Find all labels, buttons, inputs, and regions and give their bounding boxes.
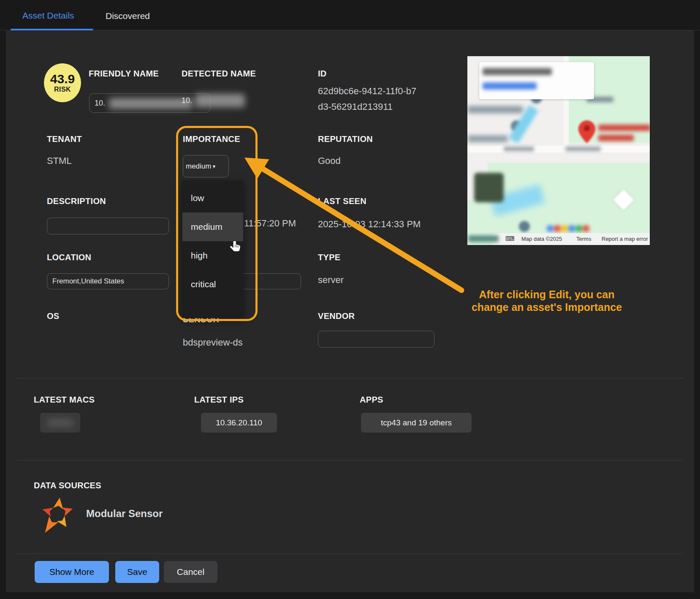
id-value-line1: 62d9bc6e-9412-11f0-b7	[318, 86, 416, 97]
risk-label: RISK	[54, 86, 71, 93]
friendly-name-blurred-value	[109, 98, 193, 109]
map-pin-blurred-label	[598, 135, 634, 141]
friendly-name-visible-text: 10.	[95, 99, 105, 108]
risk-score: 43.9	[50, 72, 75, 86]
map-info-card	[479, 62, 594, 99]
description-input[interactable]	[47, 218, 169, 234]
detected-name-label: DETECTED NAME	[182, 69, 256, 79]
location-map[interactable]: ⌨ Map data ©2025 Terms Report a map erro…	[467, 56, 650, 245]
last-seen-label: LAST SEEN	[318, 196, 366, 206]
map-blurred-place-label	[468, 235, 499, 242]
importance-option-critical[interactable]: critical	[182, 270, 243, 299]
map-data-attribution: Map data ©2025	[521, 236, 562, 242]
asset-details-page: Asset Details Discovered 43.9 RISK FRIEN…	[0, 0, 700, 599]
type-label: TYPE	[318, 253, 340, 262]
map-blurred-road-label	[504, 147, 534, 151]
tab-asset-details[interactable]: Asset Details	[22, 11, 74, 21]
vendor-label: VENDOR	[318, 311, 355, 321]
divider	[17, 378, 683, 378]
apps-label: APPS	[360, 395, 383, 405]
detected-name-visible-text: 10.	[182, 96, 192, 105]
reputation-value: Good	[318, 155, 341, 166]
latest-ip-chip[interactable]: 10.36.20.110	[201, 413, 277, 433]
chevron-down-icon: ▼	[212, 164, 216, 169]
tab-bar: Asset Details Discovered	[0, 0, 700, 30]
os-label: OS	[47, 311, 60, 321]
type-value: server	[318, 275, 344, 286]
map-road	[467, 146, 650, 152]
cancel-button[interactable]: Cancel	[164, 561, 217, 583]
tab-discovered[interactable]: Discovered	[106, 11, 150, 21]
importance-selected-value: medium	[186, 162, 211, 171]
data-source-name: Modular Sensor	[86, 508, 163, 520]
importance-select[interactable]: medium ▼	[183, 155, 229, 177]
importance-dropdown-menu: low medium high critical	[182, 180, 243, 318]
divider	[17, 553, 683, 554]
vendor-input[interactable]	[318, 331, 434, 348]
importance-option-medium[interactable]: medium	[182, 212, 243, 241]
map-card-blurred-title	[483, 68, 552, 75]
show-more-button[interactable]: Show More	[35, 561, 109, 583]
map-pin-blurred-label	[598, 125, 650, 131]
last-seen-value: 2025-10-03 12:14:33 PM	[318, 219, 421, 230]
latest-mac-chip-blurred[interactable]	[40, 413, 80, 433]
map-blurred-label	[467, 106, 523, 113]
latest-ips-label: LATEST IPS	[194, 395, 244, 405]
save-button[interactable]: Save	[115, 561, 159, 583]
apps-chip[interactable]: tcp43 and 19 others	[361, 413, 472, 433]
friendly-name-label: FRIENDLY NAME	[89, 69, 159, 79]
importance-option-low[interactable]: low	[182, 184, 243, 212]
map-report-error-link[interactable]: Report a map error	[602, 236, 648, 242]
risk-badge: 43.9 RISK	[44, 63, 81, 102]
annotation-line1: After clicking Edit, you can	[462, 288, 631, 301]
first-seen-value-partial: 11:57:20 PM	[244, 218, 296, 229]
map-card-blurred-link[interactable]	[483, 82, 537, 90]
annotation-text: After clicking Edit, you can change an a…	[462, 288, 631, 313]
map-attribution: ⌨ Map data ©2025 Terms Report a map erro…	[467, 233, 650, 245]
detected-name-blurred-value	[195, 94, 245, 107]
map-poi-icon	[519, 221, 530, 232]
reputation-label: REPUTATION	[318, 134, 373, 144]
id-label: ID	[318, 69, 327, 79]
description-label: DESCRIPTION	[47, 196, 106, 206]
modular-sensor-icon	[36, 495, 79, 539]
sensor-value: bdspreview-ds	[183, 337, 243, 348]
importance-option-high[interactable]: high	[182, 241, 243, 270]
map-blurred-label	[467, 136, 508, 142]
annotation-line2: change an asset's Importance	[462, 301, 631, 313]
location-label: LOCATION	[47, 253, 91, 262]
mac-blurred-value	[48, 419, 73, 427]
location-input[interactable]	[47, 273, 169, 289]
importance-label: IMPORTANCE	[183, 134, 240, 144]
tenant-value: STML	[47, 155, 72, 166]
latest-macs-label: LATEST MACS	[34, 395, 95, 405]
map-dark-green-block	[474, 173, 504, 202]
id-value-line2: d3-56291d213911	[318, 101, 393, 112]
map-blurred-road-label	[565, 147, 601, 151]
map-pin-icon	[578, 120, 596, 143]
map-terms-link[interactable]: Terms	[576, 236, 591, 242]
keyboard-icon[interactable]: ⌨	[505, 235, 515, 242]
tenant-label: TENANT	[47, 134, 82, 144]
data-sources-label: DATA SOURCES	[34, 481, 101, 490]
divider	[17, 460, 683, 460]
